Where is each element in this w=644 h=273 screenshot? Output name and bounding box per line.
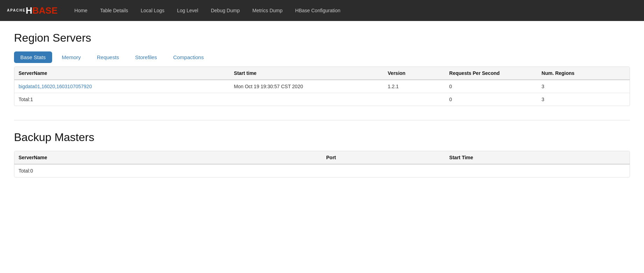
nav-item-hbase-config[interactable]: HBase Configuration	[289, 0, 346, 21]
region-servers-table: ServerName Start time Version Requests P…	[14, 67, 630, 106]
col-num-regions: Num. Regions	[537, 67, 630, 80]
backup-masters-table: ServerName Port Start Time Total:0	[14, 151, 630, 177]
table-row: bigdata01,16020,1603107057920 Mon Oct 19…	[14, 80, 630, 93]
apache-label: APACHE	[7, 8, 26, 12]
col-server-name: ServerName	[14, 67, 230, 80]
cell-total-version	[384, 93, 445, 106]
backup-masters-section: Backup Masters ServerName Port Start Tim…	[14, 131, 630, 177]
cell-total-requests: 0	[445, 93, 538, 106]
nav-link-table-details[interactable]: Table Details	[94, 0, 134, 21]
backup-masters-table-head: ServerName Port Start Time	[14, 151, 630, 164]
logo-h: H	[26, 5, 32, 16]
bm-col-port: Port	[322, 151, 445, 164]
nav-link-log-level[interactable]: Log Level	[171, 0, 205, 21]
nav-item-home[interactable]: Home	[68, 0, 94, 21]
bm-cell-total-port	[322, 164, 445, 177]
region-servers-table-head: ServerName Start time Version Requests P…	[14, 67, 630, 80]
cell-server-name: bigdata01,16020,1603107057920	[14, 80, 230, 93]
nav-item-metrics-dump[interactable]: Metrics Dump	[246, 0, 289, 21]
tab-memory[interactable]: Memory	[56, 51, 87, 63]
nav-link-home[interactable]: Home	[68, 0, 94, 21]
nav-item-table-details[interactable]: Table Details	[94, 0, 134, 21]
col-version: Version	[384, 67, 445, 80]
region-servers-title: Region Servers	[14, 31, 630, 44]
region-servers-table-body: bigdata01,16020,1603107057920 Mon Oct 19…	[14, 80, 630, 106]
bm-col-server-name: ServerName	[14, 151, 322, 164]
cell-total-label: Total:1	[14, 93, 230, 106]
nav-link-hbase-config[interactable]: HBase Configuration	[289, 0, 346, 21]
logo-link[interactable]: APACHE H BASE	[7, 5, 58, 16]
tab-requests[interactable]: Requests	[91, 51, 125, 63]
tab-compactions[interactable]: Compactions	[167, 51, 210, 63]
nav-item-log-level[interactable]: Log Level	[171, 0, 205, 21]
bm-total-row: Total:0	[14, 164, 630, 177]
nav-item-local-logs[interactable]: Local Logs	[134, 0, 171, 21]
region-servers-table-wrapper: ServerName Start time Version Requests P…	[14, 66, 630, 106]
backup-masters-header-row: ServerName Port Start Time	[14, 151, 630, 164]
bm-cell-total-start-time	[445, 164, 630, 177]
total-row: Total:1 0 3	[14, 93, 630, 106]
backup-masters-title: Backup Masters	[14, 131, 630, 144]
cell-total-start-time	[230, 93, 384, 106]
nav-link-metrics-dump[interactable]: Metrics Dump	[246, 0, 289, 21]
region-servers-tabs: Base Stats Memory Requests Storefiles Co…	[14, 51, 630, 63]
backup-masters-table-body: Total:0	[14, 164, 630, 177]
cell-requests-per-second: 0	[445, 80, 538, 93]
server-name-link[interactable]: bigdata01,16020,1603107057920	[19, 84, 92, 89]
region-servers-section: Region Servers Base Stats Memory Request…	[14, 31, 630, 106]
nav-link-local-logs[interactable]: Local Logs	[134, 0, 171, 21]
bm-cell-total-label: Total:0	[14, 164, 322, 177]
tab-storefiles[interactable]: Storefiles	[129, 51, 163, 63]
section-divider	[14, 120, 630, 120]
backup-masters-table-wrapper: ServerName Port Start Time Total:0	[14, 151, 630, 177]
logo-base: BASE	[32, 5, 57, 16]
main-content: Region Servers Base Stats Memory Request…	[0, 21, 644, 202]
navbar: APACHE H BASE Home Table Details Local L…	[0, 0, 644, 21]
col-requests-per-second: Requests Per Second	[445, 67, 538, 80]
nav-links: Home Table Details Local Logs Log Level …	[68, 0, 347, 21]
bm-col-start-time: Start Time	[445, 151, 630, 164]
region-servers-header-row: ServerName Start time Version Requests P…	[14, 67, 630, 80]
nav-link-debug-dump[interactable]: Debug Dump	[204, 0, 246, 21]
tab-base-stats[interactable]: Base Stats	[14, 51, 52, 63]
nav-item-debug-dump[interactable]: Debug Dump	[204, 0, 246, 21]
cell-start-time: Mon Oct 19 19:30:57 CST 2020	[230, 80, 384, 93]
hbase-logo: H BASE	[26, 5, 57, 16]
cell-version: 1.2.1	[384, 80, 445, 93]
col-start-time: Start time	[230, 67, 384, 80]
cell-total-regions: 3	[537, 93, 630, 106]
cell-num-regions: 3	[537, 80, 630, 93]
